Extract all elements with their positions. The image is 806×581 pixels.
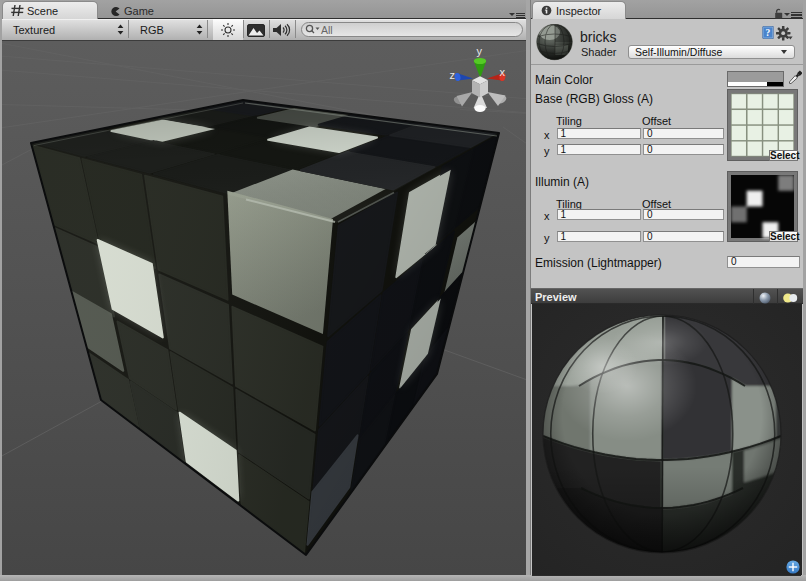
svg-text:?: ? [766,28,771,38]
svg-text:x: x [500,66,506,78]
svg-text:z: z [450,69,456,81]
svg-text:y: y [477,45,483,57]
